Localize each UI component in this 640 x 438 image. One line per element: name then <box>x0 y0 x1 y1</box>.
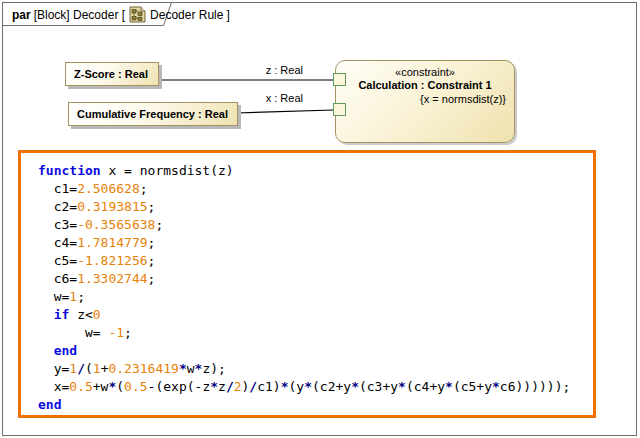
diagram-context-label: [Block] Decoder [ <box>34 8 125 22</box>
diagram-tab[interactable]: par [Block] Decoder [ Decoder Rule ] <box>12 6 230 23</box>
code-line: if z<0 <box>38 306 589 324</box>
constraint-property-block[interactable]: «constraint» Calculation : Constraint 1 … <box>335 60 515 143</box>
constraint-port-z[interactable] <box>333 73 346 86</box>
code-line: w=1; <box>38 288 589 306</box>
code-line: end <box>38 342 589 360</box>
parametric-diagram-icon <box>129 6 146 23</box>
code-line: x=0.5+w*(0.5-(exp(-z*z/2)/c1)*(y*(c2+y*(… <box>38 378 589 396</box>
param-block-cumulative-frequency[interactable]: Cumulative Frequency : Real <box>68 102 238 126</box>
code-line: function x = normsdist(z) <box>38 162 589 180</box>
code-line: c1=2.506628; <box>38 180 589 198</box>
code-line: c5=-1.821256; <box>38 252 589 270</box>
port-label-x: x : Real <box>243 92 303 104</box>
code-line: end <box>38 396 589 414</box>
code-line: c6=1.3302744; <box>38 270 589 288</box>
code-block: function x = normsdist(z) c1=2.506628; c… <box>21 153 593 414</box>
code-line: c2=0.3193815; <box>38 198 589 216</box>
param-block-label: Cumulative Frequency : Real <box>77 108 228 120</box>
constraint-stereotype: «constraint» <box>336 66 514 78</box>
diagram-bracket-close: ] <box>226 8 229 22</box>
constraint-port-x[interactable] <box>333 103 346 116</box>
constraint-name: Calculation : Constraint 1 <box>336 79 514 91</box>
diagram-kind-label: par <box>12 8 31 22</box>
param-block-label: Z-Score : Real <box>74 68 148 80</box>
port-label-z: z : Real <box>243 64 303 76</box>
code-line: c3=-0.3565638; <box>38 216 589 234</box>
constraint-expression: {x = normsdist(z)} <box>336 93 514 105</box>
parametric-diagram-canvas: par [Block] Decoder [ Decoder Rule ] Z-S… <box>0 0 640 438</box>
param-block-z-score[interactable]: Z-Score : Real <box>65 62 159 86</box>
code-line: w= -1; <box>38 324 589 342</box>
constraint-code-box[interactable]: function x = normsdist(z) c1=2.506628; c… <box>18 150 596 418</box>
code-line: c4=1.7814779; <box>38 234 589 252</box>
connector-x[interactable] <box>237 110 334 113</box>
code-line: y=1/(1+0.2316419*w*z); <box>38 360 589 378</box>
diagram-name-label: Decoder Rule <box>150 8 223 22</box>
